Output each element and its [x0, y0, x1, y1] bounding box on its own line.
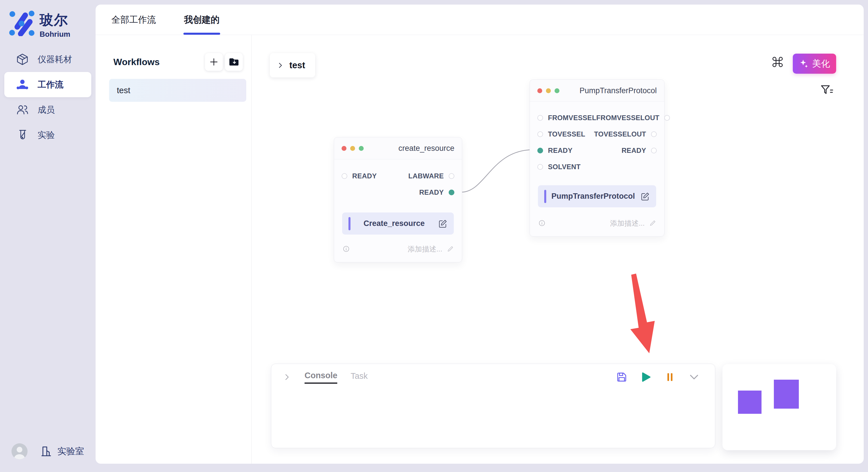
collapse-console-button[interactable]: [688, 371, 700, 383]
collapse-chevron-icon[interactable]: [283, 373, 291, 381]
node-header: create_resource: [334, 137, 462, 160]
chevron-down-icon: [688, 371, 700, 383]
app-root: 玻尔 Bohrium 仪器耗材: [0, 0, 868, 472]
port-in-solvent[interactable]: SOLVENT: [537, 163, 581, 171]
edit-name-button[interactable]: [640, 192, 650, 201]
sidebar-item-experiments[interactable]: 实验: [4, 123, 91, 148]
building-icon: [40, 445, 53, 458]
sidebar-item-instruments[interactable]: 仪器耗材: [4, 47, 91, 72]
bohrium-logo-icon: [9, 10, 35, 36]
console-tab[interactable]: Console: [305, 371, 337, 384]
tab-created-by-me[interactable]: 我创建的: [184, 5, 220, 35]
save-icon: [616, 371, 628, 383]
lab-label: 实验室: [57, 445, 84, 458]
brand-logo: 玻尔 Bohrium: [9, 10, 70, 39]
edit-icon: [438, 219, 447, 229]
beautify-button[interactable]: 美化: [793, 54, 836, 74]
edit-name-button[interactable]: [438, 219, 447, 229]
port-handle[interactable]: [448, 173, 454, 179]
port-in-tovessel[interactable]: TOVESSEL: [537, 130, 585, 138]
traffic-red-icon: [342, 146, 346, 151]
minimap[interactable]: [722, 364, 836, 450]
minimap-node-create-resource: [738, 391, 762, 414]
traffic-green-icon: [555, 88, 559, 93]
port-out-tovesselout[interactable]: TOVESSELOUT: [594, 130, 657, 138]
node-name-pill[interactable]: PumpTransferProtocol: [538, 185, 656, 207]
port-in-ready[interactable]: READY: [342, 172, 377, 180]
node-title: PumpTransferProtocol: [580, 86, 657, 95]
import-workflow-button[interactable]: [225, 53, 243, 71]
node-header: PumpTransferProtocol: [530, 80, 664, 102]
box-icon: [16, 53, 29, 66]
layout-command-button[interactable]: [770, 55, 785, 69]
traffic-green-icon: [359, 146, 364, 151]
sidebar-item-label: 成员: [38, 104, 55, 116]
header-tabbar: 全部工作流 我创建的: [96, 5, 864, 35]
plus-icon: [209, 57, 219, 67]
add-description[interactable]: 添加描述...: [610, 218, 657, 228]
console-panel: Console Task: [271, 364, 715, 448]
sidebar-item-workflows[interactable]: 工作流: [4, 72, 91, 97]
port-handle[interactable]: [537, 148, 543, 154]
node-create-resource[interactable]: create_resource READY LABWARE R: [334, 137, 462, 262]
port-handle[interactable]: [664, 115, 670, 121]
port-handle[interactable]: [651, 148, 657, 154]
port-out-ready[interactable]: READY: [621, 146, 657, 155]
port-out-labware[interactable]: LABWARE: [408, 172, 454, 180]
main-panel: 全部工作流 我创建的 Workflows: [96, 5, 864, 464]
add-description[interactable]: 添加描述...: [408, 244, 454, 254]
port-in-fromvessel[interactable]: FROMVESSEL: [537, 114, 596, 122]
info-icon[interactable]: [537, 218, 547, 228]
node-title: create_resource: [398, 144, 454, 153]
pause-button[interactable]: [664, 371, 676, 383]
minimap-node-pump-transfer: [774, 380, 799, 409]
beautify-label: 美化: [812, 58, 830, 70]
port-handle[interactable]: [448, 190, 454, 195]
traffic-lights: [342, 146, 364, 151]
node-instance-name: PumpTransferProtocol: [546, 192, 640, 201]
sidebar-item-members[interactable]: 成员: [4, 97, 91, 123]
port-out-fromvesselout[interactable]: FROMVESSELOUT: [596, 114, 670, 122]
save-button[interactable]: [616, 371, 628, 383]
task-tab[interactable]: Task: [350, 371, 368, 383]
filter-button[interactable]: [819, 82, 835, 99]
edge-create-resource-to-pump: [462, 150, 534, 192]
workflow-icon: [16, 78, 29, 91]
canvas-breadcrumb[interactable]: test: [270, 53, 315, 77]
port-handle[interactable]: [651, 131, 657, 137]
workflow-list-item-test[interactable]: test: [109, 79, 246, 102]
pencil-icon: [649, 219, 657, 227]
traffic-lights: [537, 88, 559, 93]
run-button[interactable]: [640, 371, 652, 383]
chevron-right-icon: [277, 62, 284, 69]
experiment-icon: [16, 129, 29, 142]
filter-funnel-icon: [820, 84, 834, 98]
node-name-pill[interactable]: Create_resource: [342, 212, 454, 235]
pill-accent-bar: [348, 217, 350, 230]
sidebar-item-label: 实验: [38, 129, 55, 141]
play-icon: [640, 371, 652, 383]
avatar-person-icon: [11, 443, 28, 460]
breadcrumb-label: test: [289, 60, 305, 71]
sidebar: 玻尔 Bohrium 仪器耗材: [0, 0, 96, 472]
info-icon[interactable]: [342, 244, 351, 254]
workflow-list-pane: Workflows test: [96, 35, 252, 464]
lab-switcher[interactable]: 实验室: [40, 445, 84, 458]
add-workflow-button[interactable]: [205, 53, 223, 71]
tab-all-workflows[interactable]: 全部工作流: [112, 5, 156, 35]
port-handle[interactable]: [342, 173, 347, 179]
traffic-yellow-icon: [546, 88, 551, 93]
port-handle[interactable]: [537, 131, 543, 137]
port-handle[interactable]: [537, 164, 543, 170]
port-in-ready[interactable]: READY: [537, 146, 572, 155]
pill-accent-bar: [544, 190, 546, 203]
pencil-icon: [446, 245, 454, 253]
node-pump-transfer-protocol[interactable]: PumpTransferProtocol FROMVESSEL FROMVESS…: [530, 79, 664, 237]
sidebar-item-label: 工作流: [38, 79, 63, 91]
traffic-yellow-icon: [350, 146, 355, 151]
annotation-arrow: [630, 274, 655, 353]
port-handle[interactable]: [537, 115, 543, 121]
user-avatar[interactable]: [11, 443, 28, 460]
node-footer: 添加描述...: [334, 243, 462, 255]
port-out-ready[interactable]: READY: [419, 189, 454, 196]
